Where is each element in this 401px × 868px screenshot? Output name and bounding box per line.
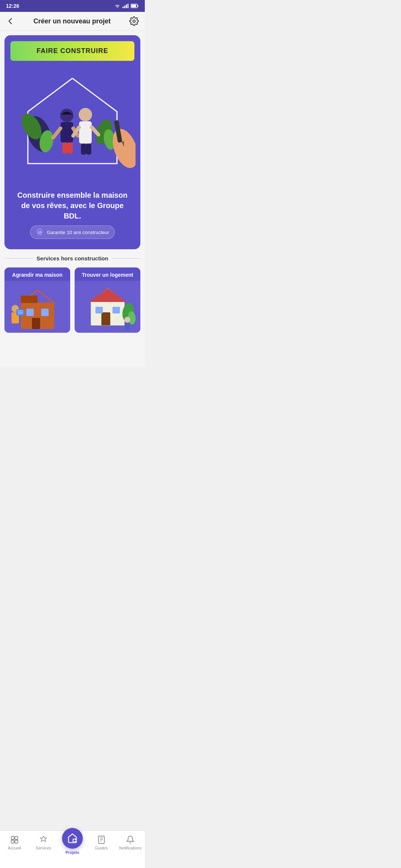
medal-icon: 10 bbox=[36, 228, 44, 236]
wifi-icon bbox=[114, 4, 120, 8]
signal-icon bbox=[123, 4, 128, 8]
status-bar: 12:26 bbox=[0, 0, 145, 12]
trouver-illustration bbox=[80, 283, 136, 331]
status-time: 12:26 bbox=[6, 3, 19, 9]
svg-rect-3 bbox=[128, 4, 129, 8]
svg-line-14 bbox=[53, 128, 61, 138]
hero-heading: Construire ensemble la maison de vos rêv… bbox=[13, 190, 131, 221]
svg-rect-0 bbox=[123, 7, 124, 8]
service-card-title-agrandir: Agrandir ma maison bbox=[4, 267, 70, 281]
hero-svg bbox=[9, 67, 136, 182]
section-divider: Services hors construction bbox=[4, 255, 140, 262]
svg-rect-49 bbox=[125, 323, 130, 330]
svg-marker-42 bbox=[89, 288, 126, 302]
svg-rect-2 bbox=[126, 4, 127, 8]
svg-point-48 bbox=[124, 317, 130, 323]
settings-button[interactable] bbox=[129, 16, 139, 26]
svg-rect-45 bbox=[113, 307, 120, 313]
svg-rect-33 bbox=[41, 309, 49, 316]
svg-rect-19 bbox=[79, 121, 92, 144]
hero-card: FAIRE CONSTRUIRE bbox=[4, 35, 140, 249]
faire-construire-button[interactable]: FAIRE CONSTRUIRE bbox=[10, 41, 134, 61]
hero-text: Construire ensemble la maison de vos rêv… bbox=[4, 184, 140, 249]
svg-rect-16 bbox=[62, 142, 68, 154]
svg-rect-17 bbox=[68, 142, 73, 154]
svg-rect-43 bbox=[101, 312, 110, 325]
hero-illustration bbox=[4, 65, 140, 184]
svg-line-21 bbox=[92, 127, 98, 135]
service-card-image-trouver bbox=[75, 281, 140, 333]
svg-rect-13 bbox=[61, 122, 73, 142]
main-content: FAIRE CONSTRUIRE bbox=[0, 31, 145, 367]
guarantee-text: Garantie 10 ans constructeur bbox=[47, 230, 109, 235]
services-grid: Agrandir ma maison bbox=[4, 267, 140, 333]
service-card-agrandir[interactable]: Agrandir ma maison bbox=[4, 267, 70, 333]
svg-point-18 bbox=[79, 108, 92, 121]
svg-rect-34 bbox=[32, 318, 40, 329]
svg-rect-23 bbox=[86, 144, 91, 155]
service-card-title-trouver: Trouver un logement bbox=[75, 267, 140, 281]
svg-point-6 bbox=[133, 20, 136, 23]
top-bar: Créer un nouveau projet bbox=[0, 12, 145, 31]
agrandir-illustration bbox=[10, 283, 65, 331]
svg-rect-1 bbox=[124, 6, 125, 8]
battery-icon bbox=[131, 4, 139, 8]
svg-rect-32 bbox=[26, 309, 34, 316]
svg-rect-31 bbox=[21, 296, 38, 303]
status-icons bbox=[114, 4, 139, 8]
svg-rect-44 bbox=[95, 307, 103, 313]
section-title: Services hors construction bbox=[36, 255, 108, 262]
back-button[interactable] bbox=[6, 17, 15, 26]
page-title: Créer un nouveau projet bbox=[33, 17, 111, 25]
svg-rect-22 bbox=[81, 144, 86, 155]
svg-text:10: 10 bbox=[38, 231, 41, 233]
guarantee-badge: 10 Garantie 10 ans constructeur bbox=[30, 226, 115, 239]
svg-point-12 bbox=[60, 109, 74, 122]
service-card-trouver[interactable]: Trouver un logement bbox=[75, 267, 140, 333]
svg-rect-5 bbox=[131, 5, 136, 7]
service-card-image-agrandir bbox=[4, 281, 70, 333]
